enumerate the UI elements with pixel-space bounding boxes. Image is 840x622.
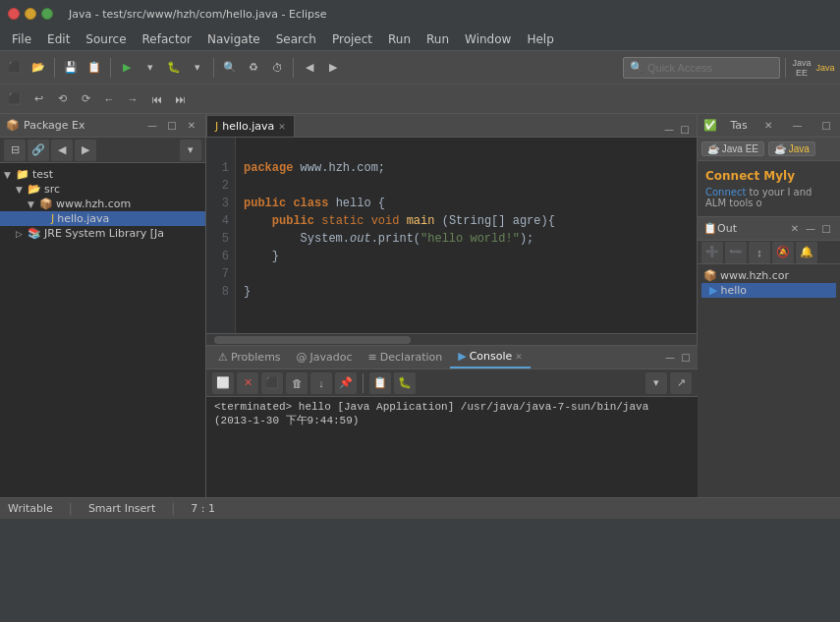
pkg-back-btn[interactable]: ◀	[51, 140, 73, 161]
quick-access-input[interactable]	[647, 62, 775, 74]
tree-item-test[interactable]: ▼ 📁 test	[0, 167, 205, 182]
menu-file[interactable]: File	[4, 30, 39, 48]
connect-link[interactable]: Connect	[705, 187, 746, 198]
menu-search[interactable]: Search	[268, 30, 324, 48]
menu-source[interactable]: Source	[78, 30, 134, 48]
editor-maximize-btn[interactable]: □	[677, 121, 693, 137]
refactor-button[interactable]: ♻	[243, 57, 264, 79]
console-terminate-btn[interactable]: ✕	[237, 372, 258, 394]
console-terminated-line: <terminated> hello [Java Application] /u…	[214, 401, 690, 427]
java-perspective[interactable]: Java	[814, 57, 836, 79]
minimize-button[interactable]	[25, 8, 36, 20]
tasks-maximize-btn[interactable]: □	[818, 118, 834, 134]
pkg-forward-btn[interactable]: ▶	[75, 140, 96, 161]
run-button[interactable]: ▶	[116, 57, 138, 79]
tasks-close-btn[interactable]: ✕	[760, 118, 776, 134]
toolbar2-btn8[interactable]: ⏭	[169, 88, 191, 110]
bottom-minimize-btn[interactable]: —	[662, 350, 678, 366]
console-pin-btn[interactable]: 📌	[335, 372, 357, 394]
console-disconnect-btn[interactable]: ⬛	[261, 372, 283, 394]
next-button[interactable]: ▶	[322, 57, 344, 79]
toolbar2-btn3[interactable]: ⟲	[51, 88, 73, 110]
pkg-close-btn[interactable]: ✕	[184, 118, 199, 134]
editor-hscroll[interactable]	[206, 333, 697, 345]
pkg-tree: ▼ 📁 test ▼ 📂 src ▼ 📦 www.hzh.com J hel	[0, 163, 205, 497]
tree-item-hello-java[interactable]: J hello.java	[0, 211, 205, 226]
search-button[interactable]: 🔍	[219, 57, 241, 79]
tab-label-declaration: Declaration	[380, 351, 442, 364]
pkg-maximize-btn[interactable]: □	[164, 118, 180, 134]
tab-problems[interactable]: ⚠ Problems	[210, 347, 289, 368]
toolbar2-btn4[interactable]: ⟳	[75, 88, 96, 110]
tab-javadoc[interactable]: @ Javadoc	[289, 347, 361, 368]
menu-navigate[interactable]: Navigate	[199, 30, 268, 48]
toolbar2-btn2[interactable]: ↩	[28, 88, 49, 110]
toolbar2-btn5[interactable]: ←	[98, 88, 120, 110]
menu-help[interactable]: Help	[519, 30, 561, 48]
menu-run1[interactable]: Run	[380, 30, 419, 48]
menu-bar: File Edit Source Refactor Navigate Searc…	[0, 28, 840, 51]
menu-edit[interactable]: Edit	[39, 30, 78, 48]
tab-console[interactable]: ▶ Console ✕	[450, 347, 531, 368]
tree-item-package[interactable]: ▼ 📦 www.hzh.com	[0, 197, 205, 211]
out-minimize-btn[interactable]: —	[803, 221, 818, 237]
menu-window[interactable]: Window	[457, 30, 519, 48]
console-debug-btn[interactable]: 🐛	[394, 372, 416, 394]
tasks-minimize-btn[interactable]: —	[790, 118, 806, 134]
out-sort-btn[interactable]: ↕	[749, 242, 770, 263]
out-add-btn[interactable]: ➕	[701, 242, 723, 263]
console-new-btn[interactable]: 📋	[369, 372, 391, 394]
tab-declaration[interactable]: ≡ Declaration	[361, 347, 451, 368]
editor-panel: J hello.java ✕ — □ 1 2 3 4 5 6	[206, 114, 698, 345]
java-ee-perspective[interactable]: Java EE	[791, 57, 812, 79]
open-button[interactable]: 📂	[28, 57, 49, 79]
pkg-minimize-btn[interactable]: —	[144, 118, 160, 134]
run-dropdown[interactable]: ▾	[140, 57, 161, 79]
toolbar2-btn1[interactable]: ⬛	[4, 88, 26, 110]
out-item-www[interactable]: 📦 www.hzh.cor	[701, 268, 836, 283]
menu-run2[interactable]: Run	[419, 30, 457, 48]
menu-project[interactable]: Project	[324, 30, 380, 48]
java-perspective-btn[interactable]: ☕ Java	[768, 141, 815, 156]
collapse-all-btn[interactable]: ⊟	[4, 140, 26, 161]
console-tab-close[interactable]: ✕	[515, 352, 523, 362]
prev-button[interactable]: ◀	[299, 57, 320, 79]
tree-item-src[interactable]: ▼ 📂 src	[0, 182, 205, 197]
out-toolbar: ➕ ➖ ↕ 🔕 🔔	[698, 241, 840, 264]
out-close-btn[interactable]: ✕	[787, 221, 803, 237]
java-ee-icon: ☕	[707, 143, 719, 154]
java-ee-perspective-btn[interactable]: ☕ Java EE	[701, 141, 764, 156]
toolbar2-btn7[interactable]: ⏮	[145, 88, 167, 110]
toolbar2-btn6[interactable]: →	[122, 88, 143, 110]
code-editor[interactable]: 1 2 3 4 5 6 7 8 package www.hzh.com; pub…	[206, 138, 697, 333]
code-content[interactable]: package www.hzh.com; public class hello …	[236, 138, 697, 333]
out-sync-btn[interactable]: 🔔	[796, 242, 817, 263]
out-filter-btn[interactable]: 🔕	[772, 242, 794, 263]
maximize-button[interactable]	[41, 8, 53, 20]
console-open-btn[interactable]: ↗	[670, 372, 692, 394]
menu-refactor[interactable]: Refactor	[135, 30, 199, 48]
out-remove-btn[interactable]: ➖	[725, 242, 747, 263]
debug-button[interactable]: 🐛	[163, 57, 185, 79]
new-button[interactable]: ⬛	[4, 57, 26, 79]
save-all-button[interactable]: 📋	[84, 57, 105, 79]
debug-dropdown[interactable]: ▾	[187, 57, 208, 79]
close-button[interactable]	[8, 8, 20, 20]
perspective-row: ☕ Java EE ☕ Java	[698, 138, 840, 161]
bottom-maximize-btn[interactable]: □	[678, 350, 694, 366]
console-scroll-btn[interactable]: ↓	[310, 372, 332, 394]
out-maximize-btn[interactable]: □	[818, 221, 834, 237]
console-stop-btn[interactable]: ⬜	[212, 372, 234, 394]
tree-item-jre[interactable]: ▷ 📚 JRE System Library [Ja	[0, 226, 205, 241]
history-button[interactable]: ⏱	[266, 57, 288, 79]
console-view-menu-btn[interactable]: ▾	[645, 372, 667, 394]
toolbar-sep5	[785, 58, 786, 78]
pkg-view-menu-btn[interactable]: ▾	[180, 140, 201, 161]
save-button[interactable]: 💾	[60, 57, 82, 79]
console-clear-btn[interactable]: 🗑	[286, 372, 308, 394]
link-editor-btn[interactable]: 🔗	[28, 140, 49, 161]
editor-minimize-btn[interactable]: —	[661, 121, 677, 137]
tab-close-hello[interactable]: ✕	[278, 122, 286, 132]
out-item-hello[interactable]: ▶ hello	[701, 283, 836, 298]
editor-tab-hello[interactable]: J hello.java ✕	[206, 115, 295, 137]
